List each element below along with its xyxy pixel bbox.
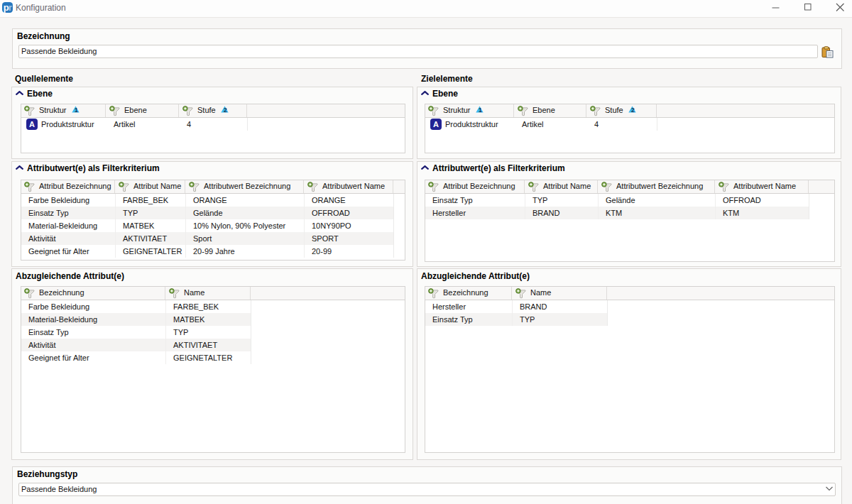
svg-text:1: 1 <box>479 106 482 113</box>
svg-text:r: r <box>9 2 12 13</box>
svg-text:2: 2 <box>224 106 227 113</box>
svg-text:2: 2 <box>631 106 635 113</box>
svg-text:1: 1 <box>75 106 78 113</box>
